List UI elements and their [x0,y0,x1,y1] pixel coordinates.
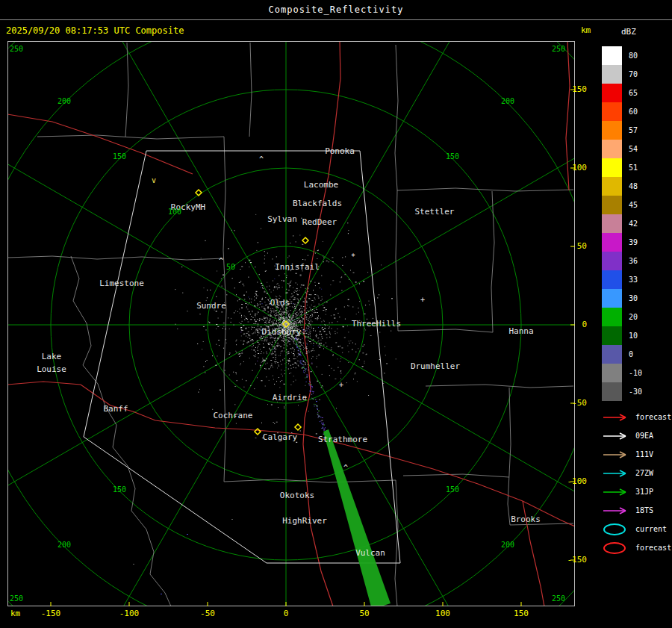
city-label: Brooks [511,514,541,524]
track-arrow-icon [602,485,633,499]
right-axis-tick-label: -50 [556,398,587,408]
ring-distance-label: 200 [57,97,71,105]
legend-item: 18TS [602,501,672,520]
city-label: Strathmore [318,435,367,444]
legend-item-label: 27ZW [635,469,653,477]
ring-distance-label: 150 [113,152,126,161]
colorbar-swatch [602,326,622,345]
map-symbol: + [339,381,343,389]
boundary-line [395,480,398,606]
colorbar-row: 36 [602,252,669,270]
colorbar-value-label: 48 [629,182,638,190]
radar-map[interactable]: v^*++^^PonokaLacombeBlackfaldsSylvanRedD… [7,41,575,606]
city-label: Louise [37,364,66,374]
track-arrow-icon [602,429,633,443]
colorbar-value-label: -30 [629,388,642,396]
bottom-axis-tick-label: -100 [119,609,140,618]
city-label: Stettler [415,207,455,217]
colorbar-title: dBZ [621,27,636,37]
track-arrow-icon [602,411,633,424]
timestamp-label: 2025/09/20 08:17:53 UTC Composite [6,25,184,36]
highway-line [7,382,304,435]
ring-distance-label: 200 [501,541,514,549]
colorbar-value-label: 33 [629,276,638,284]
colorbar-swatch [602,233,622,252]
track-ellipse-icon [602,541,633,555]
colorbar-value-label: 0 [629,350,633,358]
colorbar-value-label: 57 [629,126,638,134]
city-label: Drumheller [411,361,461,371]
bottom-axis-unit-label: km [10,609,20,618]
boundary-line [508,388,511,525]
city-label: Blackfalds [293,199,342,208]
right-axis-tick-label: 50 [556,241,587,251]
legend-item-label: forecast [635,413,671,421]
legend-item-label: 09EA [635,432,653,440]
city-label: Banff [103,404,128,414]
boundary-line [491,191,494,332]
colorbar-row: 57 [602,121,669,140]
bottom-axis-tick-label: 0 [284,609,289,618]
colorbar-row: 0 [602,345,669,364]
boundary-line [426,385,573,388]
colorbar-swatch [602,46,622,65]
colorbar-swatch [602,177,622,196]
colorbar-value-label: 70 [629,70,638,78]
right-axis-tick-label: -100 [556,476,587,486]
window-title: Composite_Reflectivity [269,4,404,15]
legend-item-label: 31JP [635,488,653,496]
city-label: Innisfail [275,262,320,272]
colorbar-swatch [602,345,622,364]
colorbar-swatch [602,121,622,140]
colorbar-value-label: -10 [629,369,642,377]
right-axis-tick-label: 100 [556,163,587,172]
radial-line [55,325,286,606]
colorbar-value-label: 45 [629,201,638,209]
city-label: Sylvan [267,214,297,224]
colorbar-value-label: 39 [629,238,638,246]
city-label: Okotoks [280,491,314,500]
colorbar-value-label: 20 [629,313,638,321]
colorbar-value-label: 51 [629,164,638,172]
colorbar-row: 70 [602,65,669,84]
colorbar-swatch [602,140,622,158]
city-label: Sundre [196,301,226,311]
bottom-axis-tick-label: -150 [41,609,61,618]
radial-line [7,93,286,325]
right-axis-tick-label: 150 [556,84,587,94]
colorbar-value-label: 42 [629,220,638,228]
colorbar-value-label: 30 [629,294,638,302]
boundary-line [125,43,128,137]
colorbar-row: 51 [602,158,669,177]
ring-distance-label: 200 [501,97,514,105]
colorbar-swatch [602,382,622,401]
colorbar-row: -30 [602,382,669,401]
legend-item: current [602,520,672,538]
colorbar-swatch [602,270,622,289]
boundary-line [7,256,224,260]
colorbar-row: -10 [602,364,669,382]
boundary-line [397,188,573,191]
colorbar-value-label: 60 [629,108,638,116]
city-label: Didsbury [262,327,302,337]
radar-site-diamond-icon [255,429,261,435]
colorbar-swatch [602,252,622,270]
city-label: Vulcan [355,548,385,558]
colorbar: 807065605754514845423936333020100-10-30 [602,46,669,401]
bottom-axis-tick-label: 100 [435,609,450,618]
legend-item: forecast [602,408,672,426]
right-axis: 150100500-50-100-150 [556,0,591,628]
city-label: Ponoka [325,146,355,156]
track-legend: forecast09EA111V27ZW31JP18TScurrentforec… [602,408,672,557]
city-label: Olds [270,298,290,308]
colorbar-swatch [602,364,622,382]
map-symbol: ^ [343,464,348,472]
city-label: Hanna [508,326,533,336]
ring-distance-label: 250 [10,45,23,53]
city-label: Calgary [263,432,298,442]
colorbar-swatch [602,84,622,102]
city-label: Lake [42,352,62,361]
bottom-axis-tick-label: -50 [200,609,215,618]
colorbar-row: 54 [602,140,669,158]
map-symbol: ^ [219,257,223,265]
